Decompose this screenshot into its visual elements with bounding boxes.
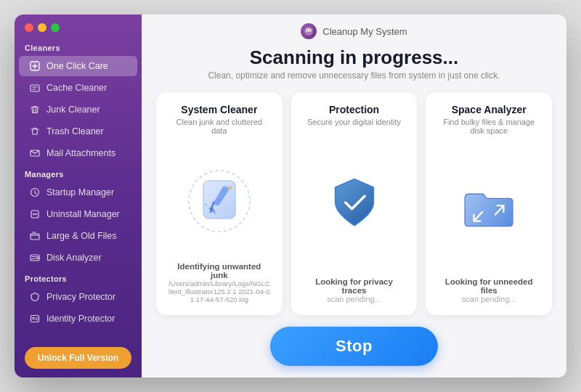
- space-analyzer-pending: scan pending...: [462, 295, 516, 303]
- sidebar-item-trash-cleaner[interactable]: Trash Cleaner: [19, 121, 137, 142]
- sidebar-item-label: Identity Protector: [46, 314, 115, 324]
- startup-icon: [29, 187, 41, 198]
- sidebar-item-disk-analyzer[interactable]: Disk Analyzer: [19, 248, 137, 268]
- app-logo: [301, 23, 317, 39]
- sidebar-item-cache-cleaner[interactable]: Cache Cleaner: [19, 78, 137, 98]
- main-content: Cleanup My System Scanning in progress..…: [142, 15, 566, 377]
- maximize-button[interactable]: [51, 23, 60, 32]
- identity-icon: [29, 313, 41, 324]
- svg-point-11: [308, 30, 309, 32]
- protection-card: Protection Secure your digital identity: [291, 92, 418, 315]
- sidebar-item-label: Large & Old Files: [46, 231, 117, 241]
- system-cleaner-title: System Cleaner: [181, 104, 257, 115]
- system-cleaner-status: Identifying unwanted junk: [168, 262, 271, 279]
- protection-title: Protection: [329, 104, 379, 115]
- scan-title: Scanning in progress...: [142, 44, 566, 70]
- minimize-button[interactable]: [38, 23, 46, 32]
- system-cleaner-illustration: [168, 141, 271, 258]
- cleaners-section-label: Cleaners: [15, 38, 142, 55]
- main-window: Cleaners One Click Care Cache Cleaner: [15, 15, 566, 377]
- space-analyzer-subtitle: Find bulky files & manage disk space: [437, 118, 540, 135]
- scan-subtitle: Clean, optimize and remove unnecessary f…: [142, 70, 566, 88]
- space-analyzer-status: Looking for unneeded files: [437, 277, 540, 295]
- sidebar-item-one-click-care[interactable]: One Click Care: [19, 56, 137, 76]
- disk-icon: [29, 252, 41, 264]
- sidebar-item-identity-protector[interactable]: Identity Protector: [19, 309, 137, 329]
- large-files-icon: [29, 230, 41, 242]
- sidebar-item-label: Cache Cleaner: [46, 83, 107, 93]
- cards-container: System Cleaner Clean junk and cluttered …: [142, 88, 566, 319]
- sidebar-item-startup-manager[interactable]: Startup Manager: [19, 182, 137, 203]
- cache-icon: [29, 82, 41, 94]
- unlock-full-version-button[interactable]: Unlock Full Version: [25, 347, 131, 369]
- svg-point-14: [229, 187, 232, 189]
- svg-point-9: [33, 317, 35, 319]
- system-cleaner-subtitle: Clean junk and cluttered data: [168, 118, 271, 135]
- close-button[interactable]: [25, 23, 33, 32]
- sidebar-item-privacy-protector[interactable]: Privacy Protector: [19, 287, 137, 307]
- svg-point-7: [36, 257, 38, 259]
- sidebar-item-label: Trash Cleaner: [46, 126, 104, 136]
- stop-button-container: Stop: [142, 319, 566, 377]
- sidebar-item-large-old-files[interactable]: Large & Old Files: [19, 226, 137, 246]
- protection-illustration: [329, 132, 380, 273]
- junk-icon: [29, 104, 41, 115]
- sidebar-item-label: Mail Attachments: [46, 148, 115, 158]
- privacy-icon: [29, 291, 41, 303]
- svg-point-15: [205, 204, 207, 206]
- system-cleaner-card: System Cleaner Clean junk and cluttered …: [156, 92, 283, 315]
- trash-icon: [29, 126, 41, 137]
- svg-rect-5: [31, 234, 39, 240]
- sidebar-item-uninstall-manager[interactable]: Uninstall Manager: [19, 204, 137, 224]
- uninstall-icon: [29, 208, 41, 220]
- stop-button[interactable]: Stop: [270, 327, 438, 366]
- system-cleaner-file: /Users/admin/Library/Logs/NGLClient_Illu…: [168, 279, 271, 303]
- sidebar-item-label: Startup Manager: [46, 187, 114, 197]
- managers-section-label: Managers: [15, 164, 142, 181]
- sidebar-item-mail-attachments[interactable]: Mail Attachments: [19, 143, 137, 163]
- svg-rect-6: [31, 255, 39, 261]
- protection-pending: scan pending...: [327, 295, 381, 303]
- sidebar-item-label: One Click Care: [46, 61, 108, 71]
- app-header: Cleanup My System: [142, 15, 566, 44]
- sidebar-item-label: Uninstall Manager: [46, 209, 120, 219]
- sidebar-item-label: Junk Cleaner: [46, 105, 100, 115]
- svg-point-16: [232, 206, 235, 208]
- space-analyzer-title: Space Analyzer: [452, 104, 527, 115]
- space-analyzer-card: Space Analyzer Find bulky files & manage…: [426, 92, 552, 315]
- sidebar: Cleaners One Click Care Cache Cleaner: [15, 15, 142, 377]
- protection-status: Looking for privacy traces: [303, 277, 406, 295]
- one-click-icon: [29, 60, 41, 72]
- sidebar-item-label: Privacy Protector: [46, 292, 115, 302]
- protection-subtitle: Secure your digital identity: [307, 118, 401, 126]
- mail-icon: [29, 147, 41, 159]
- sidebar-item-label: Disk Analyzer: [46, 253, 102, 263]
- svg-rect-1: [31, 85, 39, 91]
- sidebar-item-junk-cleaner[interactable]: Junk Cleaner: [19, 99, 137, 120]
- traffic-lights: [15, 15, 142, 38]
- space-analyzer-illustration: [460, 141, 518, 273]
- app-title: Cleanup My System: [322, 26, 407, 37]
- protectors-section-label: Protectors: [15, 269, 142, 286]
